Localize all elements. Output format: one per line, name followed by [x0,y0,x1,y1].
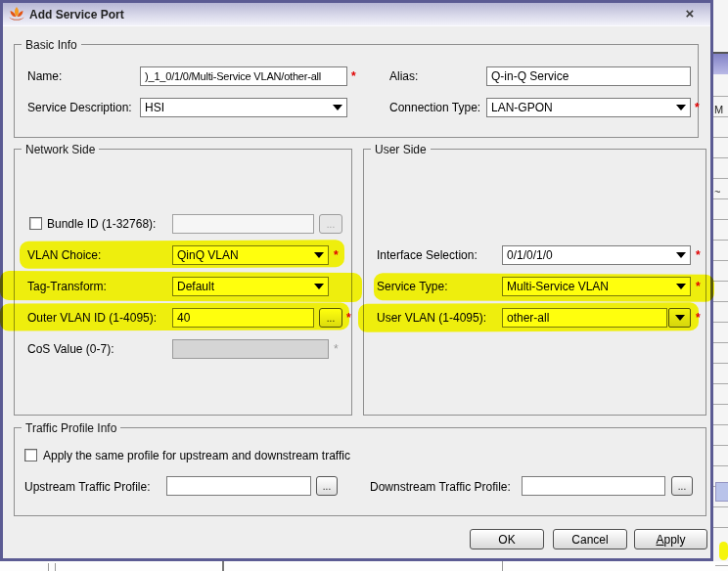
background-selected-cell [713,54,728,74]
bundle-id-label: Bundle ID (1-32768): [47,217,156,231]
name-value: )_1_0/1/0/Multi-Service VLAN/other-all [145,70,342,82]
downstream-profile-field[interactable] [522,476,665,496]
bundle-id-field[interactable] [172,214,314,234]
basic-info-group [14,44,699,138]
alias-field[interactable]: Q-in-Q Service [486,66,691,86]
downstream-profile-label: Downstream Traffic Profile: [370,480,511,494]
background-divider [502,561,503,571]
dropdown-arrow-icon[interactable] [333,105,342,110]
required-marker: * [695,101,700,114]
apply-button[interactable]: Apply [634,529,707,549]
background-divider [222,561,224,571]
connection-type-select[interactable]: LAN-GPON [486,98,691,117]
background-table-rows [713,76,728,546]
background-divider [55,563,56,571]
lotus-flame-icon [8,6,25,22]
connection-type-value: LAN-GPON [491,101,672,114]
highlight-tag-transform [0,271,362,302]
dialog-title: Add Service Port [29,8,124,22]
interface-selection-select[interactable]: 0/1/0/1/0 [502,245,691,265]
close-icon[interactable]: × [681,5,699,22]
cancel-button[interactable]: Cancel [553,529,627,549]
highlight-vlan-choice [20,240,344,269]
required-marker: * [334,342,339,356]
highlight-service-type [374,273,714,302]
dropdown-arrow-icon[interactable] [676,252,686,258]
apply-button-rest: pply [664,533,686,547]
highlight-outer-vlan [0,302,349,330]
traffic-profile-legend: Traffic Profile Info [22,421,120,435]
service-description-select[interactable]: HSI [140,98,347,117]
downstream-profile-browse-button[interactable]: ... [671,476,693,496]
apply-same-profile-label: Apply the same profile for upstream and … [43,449,350,462]
interface-selection-value: 0/1/0/1/0 [507,248,672,262]
name-label: Name: [27,69,62,83]
name-field[interactable]: )_1_0/1/0/Multi-Service VLAN/other-all [140,66,347,86]
apply-button-mnemonic: A [656,533,663,547]
highlight-user-vlan [358,302,699,332]
background-cell-text: M [714,103,723,116]
upstream-profile-browse-button[interactable]: ... [316,476,338,496]
background-divider [48,563,49,571]
service-description-label: Service Description: [27,101,132,114]
background-divider [715,565,728,566]
dropdown-arrow-icon[interactable] [676,105,686,110]
cos-value-label: CoS Value (0-7): [27,342,114,356]
traffic-profile-group [14,427,706,516]
connection-type-label: Connection Type: [389,101,480,114]
background-cell-text: ~ [714,185,720,198]
screen: M ~ Add Service Port × Basic Info Name: … [0,0,728,571]
bundle-id-checkbox[interactable] [29,217,42,230]
network-side-legend: Network Side [22,143,99,156]
apply-same-profile-checkbox[interactable] [24,449,37,461]
alias-value: Q-in-Q Service [491,69,686,83]
bundle-id-browse-button[interactable]: ... [319,214,342,234]
upstream-profile-field[interactable] [166,476,311,496]
highlight-background-mark [719,542,728,560]
interface-selection-label: Interface Selection: [377,248,478,262]
background-scrollbar-thumb [715,482,728,502]
required-marker: * [696,248,701,262]
upstream-profile-label: Upstream Traffic Profile: [24,480,150,494]
basic-info-legend: Basic Info [22,38,81,52]
user-side-legend: User Side [371,143,431,156]
required-marker: * [351,69,356,83]
service-description-value: HSI [145,101,329,114]
background-bottom-strip [0,561,728,571]
ok-button[interactable]: OK [470,529,544,549]
alias-label: Alias: [389,69,418,83]
cos-value-field [172,339,329,359]
